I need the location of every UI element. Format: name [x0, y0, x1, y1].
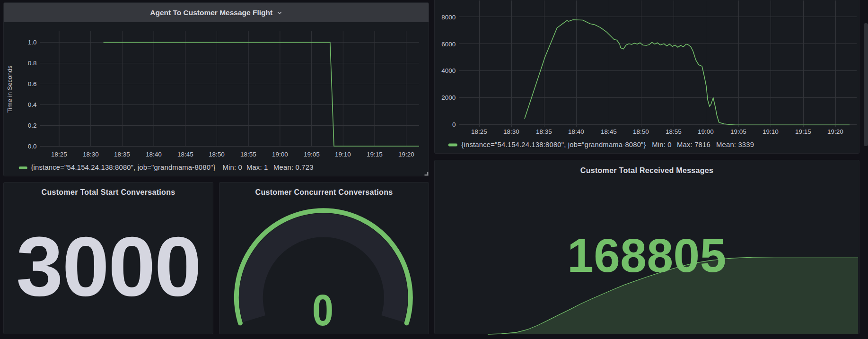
svg-text:0.2: 0.2	[28, 122, 37, 129]
svg-text:19:00: 19:00	[272, 151, 288, 158]
svg-text:19:05: 19:05	[730, 128, 746, 135]
svg-text:{instance="54.154.24.138:8080": {instance="54.154.24.138:8080", job="gra…	[461, 141, 646, 148]
svg-text:Mean: 3339: Mean: 3339	[716, 141, 754, 148]
svg-text:Min: 0: Min: 0	[223, 164, 243, 171]
svg-text:18:35: 18:35	[536, 128, 552, 135]
svg-text:18:30: 18:30	[503, 128, 519, 135]
svg-text:Max: 7816: Max: 7816	[677, 141, 710, 148]
svg-text:Max: 1: Max: 1	[246, 164, 268, 171]
svg-text:2000: 2000	[441, 94, 456, 101]
svg-text:18:40: 18:40	[568, 128, 584, 135]
svg-text:Time in Seconds: Time in Seconds	[6, 65, 13, 113]
svg-text:19:10: 19:10	[335, 151, 351, 158]
svg-text:0: 0	[452, 121, 456, 128]
svg-text:{instance="54.154.24.138:8080": {instance="54.154.24.138:8080", job="gra…	[31, 164, 215, 171]
svg-text:19:20: 19:20	[398, 151, 414, 158]
svg-text:18:50: 18:50	[209, 151, 225, 158]
svg-text:4000: 4000	[441, 67, 456, 74]
svg-text:0.6: 0.6	[28, 80, 37, 87]
svg-text:19:00: 19:00	[698, 128, 714, 135]
svg-text:Mean: 0.723: Mean: 0.723	[273, 164, 313, 171]
svg-text:18:40: 18:40	[146, 151, 162, 158]
svg-text:18:50: 18:50	[633, 128, 649, 135]
svg-text:19:15: 19:15	[367, 151, 383, 158]
svg-text:19:10: 19:10	[763, 128, 779, 135]
svg-text:19:15: 19:15	[795, 128, 811, 135]
svg-text:18:45: 18:45	[177, 151, 193, 158]
svg-text:6000: 6000	[441, 41, 456, 48]
svg-text:0.0: 0.0	[28, 143, 37, 150]
svg-text:18:25: 18:25	[471, 128, 487, 135]
svg-text:19:05: 19:05	[304, 151, 320, 158]
svg-text:0: 0	[312, 286, 333, 334]
svg-text:18:30: 18:30	[83, 151, 99, 158]
svg-text:1.0: 1.0	[28, 39, 37, 46]
svg-text:18:55: 18:55	[666, 128, 682, 135]
svg-text:18:55: 18:55	[240, 151, 256, 158]
svg-text:Min: 0: Min: 0	[652, 141, 672, 148]
svg-text:8000: 8000	[441, 14, 456, 21]
svg-text:18:45: 18:45	[601, 128, 617, 135]
svg-text:18:35: 18:35	[114, 151, 130, 158]
svg-text:19:20: 19:20	[827, 128, 843, 135]
svg-text:0.4: 0.4	[28, 101, 37, 108]
svg-text:18:25: 18:25	[51, 151, 67, 158]
svg-text:0.8: 0.8	[28, 60, 37, 67]
